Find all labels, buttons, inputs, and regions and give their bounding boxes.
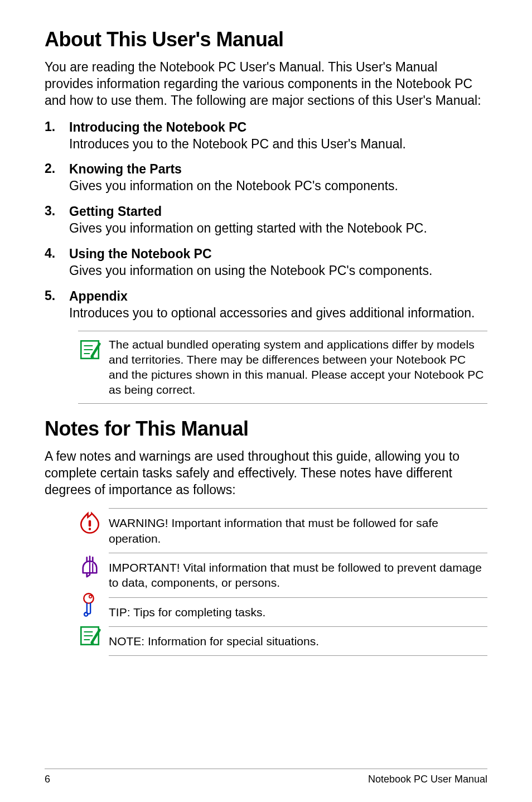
section-body: Introducing the Notebook PC Introduces y… (69, 119, 406, 153)
note-row-note: NOTE: Information for special situations… (109, 626, 487, 656)
svg-point-4 (89, 596, 92, 598)
section-item-4: 4. Using the Notebook PC Gives you infor… (45, 246, 487, 279)
section-title: Using the Notebook PC (69, 247, 212, 261)
tip-icon (78, 591, 99, 619)
note-label: NOTE: (109, 635, 144, 648)
note-label: TIP: (109, 606, 130, 619)
section-title: Appendix (69, 289, 128, 303)
section-num: 5. (45, 288, 69, 322)
note-row-warning: WARNING! Important information that must… (109, 508, 487, 553)
section-item-5: 5. Appendix Introduces you to optional a… (45, 288, 487, 322)
section-item-1: 1. Introducing the Notebook PC Introduce… (45, 119, 487, 153)
section-num: 3. (45, 204, 69, 237)
notes-content-column: WARNING! Important information that must… (109, 508, 487, 656)
heading-notes: Notes for This Manual (45, 417, 487, 441)
section-title: Getting Started (69, 204, 162, 219)
warning-icon (78, 511, 101, 535)
notes-icons-column (78, 508, 109, 656)
section-body: Getting Started Gives you information on… (69, 204, 427, 237)
footer-title: Notebook PC User Manual (368, 774, 487, 785)
section-item-2: 2. Knowing the Parts Gives you informati… (45, 161, 487, 195)
section-title: Introducing the Notebook PC (69, 120, 246, 134)
note-row-tip: TIP: Tips for completing tasks. (109, 597, 487, 626)
note-label: IMPORTANT! (109, 561, 180, 574)
section-item-3: 3. Getting Started Gives you information… (45, 204, 487, 237)
page-number: 6 (45, 774, 50, 785)
intro-paragraph-2: A few notes and warnings are used throug… (45, 448, 487, 499)
section-num: 1. (45, 119, 69, 153)
note-text: Information for special situations. (144, 635, 319, 648)
page-footer: 6 Notebook PC User Manual (45, 769, 487, 785)
section-desc: Introduces you to optional accessories a… (69, 306, 475, 320)
section-body: Knowing the Parts Gives you information … (69, 161, 398, 195)
section-title: Knowing the Parts (69, 162, 182, 176)
note-row-important: IMPORTANT! Vital information that must b… (109, 553, 487, 597)
section-desc: Introduces you to the Notebook PC and th… (69, 137, 406, 151)
section-num: 2. (45, 161, 69, 195)
note-icon (78, 337, 109, 398)
note-callout-text: The actual bundled operating system and … (109, 337, 487, 398)
svg-rect-2 (89, 520, 91, 526)
svg-point-3 (84, 594, 93, 603)
section-desc: Gives you information on the Notebook PC… (69, 178, 398, 193)
intro-paragraph-1: You are reading the Notebook PC User's M… (45, 59, 487, 109)
heading-about: About This User's Manual (45, 28, 487, 51)
section-num: 4. (45, 246, 69, 279)
note-callout: The actual bundled operating system and … (78, 331, 487, 404)
section-desc: Gives you information on using the Noteb… (69, 263, 432, 278)
important-icon (78, 553, 101, 579)
notes-section: WARNING! Important information that must… (78, 508, 487, 656)
note-icon (78, 624, 101, 648)
section-body: Using the Notebook PC Gives you informat… (69, 246, 432, 279)
svg-point-5 (84, 613, 88, 616)
note-label: WARNING! (109, 516, 168, 529)
section-desc: Gives you information on getting started… (69, 221, 427, 235)
note-text: Tips for completing tasks. (130, 606, 266, 619)
section-body: Appendix Introduces you to optional acce… (69, 288, 475, 322)
svg-point-1 (89, 528, 91, 530)
